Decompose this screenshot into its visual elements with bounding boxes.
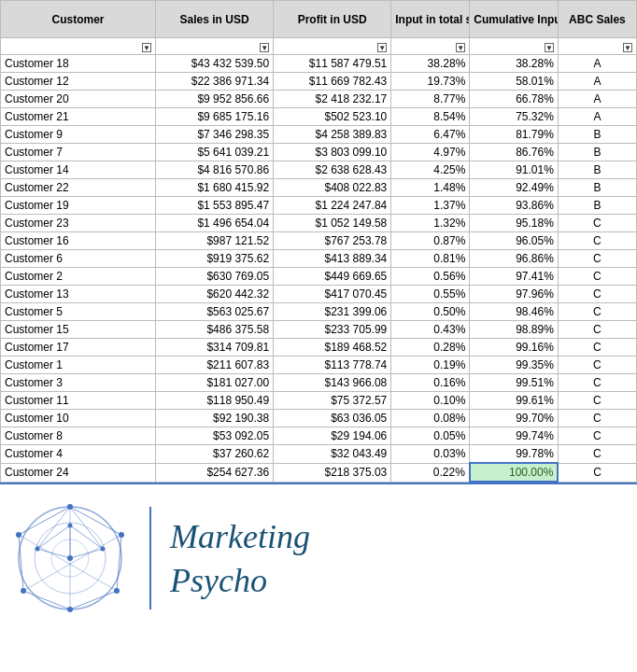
logo-text: Marketing Psycho [170, 517, 310, 600]
table-cell: Customer 2 [1, 268, 156, 286]
table-row: Customer 22$1 680 415.92$408 022.831.48%… [1, 179, 637, 197]
table-row: Customer 5$563 025.67$231 399.060.50%98.… [1, 303, 637, 321]
table-cell: B [558, 179, 636, 197]
table-cell: C [558, 427, 636, 445]
table-cell: 0.50% [391, 303, 470, 321]
table-cell: C [558, 339, 636, 357]
dropdown-icon[interactable]: ▼ [456, 43, 465, 52]
table-row: Customer 4$37 260.62$32 043.490.03%99.78… [1, 445, 637, 464]
table-row: Customer 3$181 027.00$143 966.080.16%99.… [1, 374, 637, 392]
table-cell: $4 258 389.83 [274, 126, 391, 144]
table-cell: 81.79% [470, 126, 559, 144]
main-container: Customer Sales in USD Profit in USD Inpu… [0, 0, 637, 483]
table-cell: $32 043.49 [274, 445, 391, 464]
table-cell: Customer 13 [1, 286, 156, 303]
table-cell: $987 121.52 [156, 232, 274, 250]
svg-line-28 [37, 549, 70, 558]
dropdown-icon[interactable]: ▼ [623, 43, 632, 52]
table-cell: Customer 22 [1, 179, 156, 197]
table-cell: C [558, 286, 636, 303]
table-row: Customer 2$630 769.05$449 669.650.56%97.… [1, 268, 637, 286]
logo-line2: Psycho [170, 561, 310, 600]
table-row: Customer 10$92 190.38$63 036.050.08%99.7… [1, 410, 637, 427]
header-cumulative: Cumulative Input in total sale [470, 1, 559, 38]
filter-cumulative[interactable]: ▼ [470, 38, 559, 55]
table-cell: Customer 10 [1, 410, 156, 427]
table-cell: 19.73% [391, 73, 470, 91]
table-cell: Customer 6 [1, 250, 156, 268]
table-cell: $919 375.62 [156, 250, 274, 268]
table-cell: C [558, 232, 636, 250]
table-cell: Customer 7 [1, 144, 156, 161]
table-cell: 0.10% [391, 392, 470, 410]
table-cell: B [558, 197, 636, 215]
table-cell: Customer 17 [1, 339, 156, 357]
table-cell: 99.78% [470, 445, 559, 464]
table-cell: 66.78% [470, 91, 559, 108]
table-cell: C [558, 374, 636, 392]
table-cell: $231 399.06 [274, 303, 391, 321]
table-cell: $43 432 539.50 [156, 55, 274, 73]
table-cell: 1.37% [391, 197, 470, 215]
filter-profit[interactable]: ▼ [274, 38, 391, 55]
table-cell: Customer 1 [1, 357, 156, 374]
table-cell: 0.43% [391, 321, 470, 339]
table-row: Customer 24$254 627.36$218 375.030.22%10… [1, 463, 637, 482]
header-sales: Sales in USD [156, 1, 274, 38]
spider-logo [9, 497, 131, 619]
table-cell: Customer 4 [1, 445, 156, 464]
table-cell: 1.32% [391, 215, 470, 232]
table-cell: 8.54% [391, 108, 470, 126]
table-row: Customer 14$4 816 570.86$2 638 628.434.2… [1, 161, 637, 179]
filter-row: ▼ ▼ ▼ ▼ ▼ ▼ [1, 38, 637, 55]
table-row: Customer 15$486 375.58$233 705.990.43%98… [1, 321, 637, 339]
table-cell: $314 709.81 [156, 339, 274, 357]
svg-line-25 [70, 525, 103, 549]
table-cell: Customer 15 [1, 321, 156, 339]
table-row: Customer 8$53 092.05$29 194.060.05%99.74… [1, 427, 637, 445]
filter-sales[interactable]: ▼ [156, 38, 274, 55]
dropdown-icon[interactable]: ▼ [545, 43, 554, 52]
table-cell: 91.01% [470, 161, 559, 179]
logo-line1: Marketing [170, 517, 310, 556]
svg-line-16 [70, 591, 117, 609]
table-cell: $408 022.83 [274, 179, 391, 197]
table-cell: $11 587 479.51 [274, 55, 391, 73]
dropdown-icon[interactable]: ▼ [260, 43, 269, 52]
table-cell: B [558, 126, 636, 144]
table-cell: $181 027.00 [156, 374, 274, 392]
filter-input[interactable]: ▼ [391, 38, 470, 55]
table-cell: C [558, 357, 636, 374]
table-cell: $75 372.57 [274, 392, 391, 410]
table-row: Customer 20$9 952 856.66$2 418 232.178.7… [1, 91, 637, 108]
table-cell: 0.05% [391, 427, 470, 445]
filter-abc[interactable]: ▼ [558, 38, 636, 55]
table-cell: 1.48% [391, 179, 470, 197]
table-cell: $29 194.06 [274, 427, 391, 445]
table-cell: $486 375.58 [156, 321, 274, 339]
filter-customer[interactable]: ▼ [1, 38, 156, 55]
table-cell: $630 769.05 [156, 268, 274, 286]
table-cell: $413 889.34 [274, 250, 391, 268]
header-input: Input in total sales [391, 1, 470, 38]
table-cell: 99.74% [470, 427, 559, 445]
table-cell: A [558, 91, 636, 108]
table-cell: 38.28% [470, 55, 559, 73]
table-cell: C [558, 215, 636, 232]
table-cell: $563 025.67 [156, 303, 274, 321]
dropdown-icon[interactable]: ▼ [142, 43, 151, 52]
footer: Marketing Psycho [0, 483, 637, 632]
table-cell: 0.19% [391, 357, 470, 374]
table-cell: $1 224 247.84 [274, 197, 391, 215]
table-row: Customer 17$314 709.81$189 468.520.28%99… [1, 339, 637, 357]
table-row: Customer 19$1 553 895.47$1 224 247.841.3… [1, 197, 637, 215]
table-cell: 96.86% [470, 250, 559, 268]
svg-line-23 [70, 507, 103, 549]
table-cell: C [558, 250, 636, 268]
table-cell: 0.56% [391, 268, 470, 286]
dropdown-icon[interactable]: ▼ [377, 43, 387, 52]
table-cell: 0.81% [391, 250, 470, 268]
header-profit: Profit in USD [274, 1, 391, 38]
table-cell: Customer 24 [1, 463, 156, 482]
data-table: Customer Sales in USD Profit in USD Inpu… [0, 0, 637, 483]
